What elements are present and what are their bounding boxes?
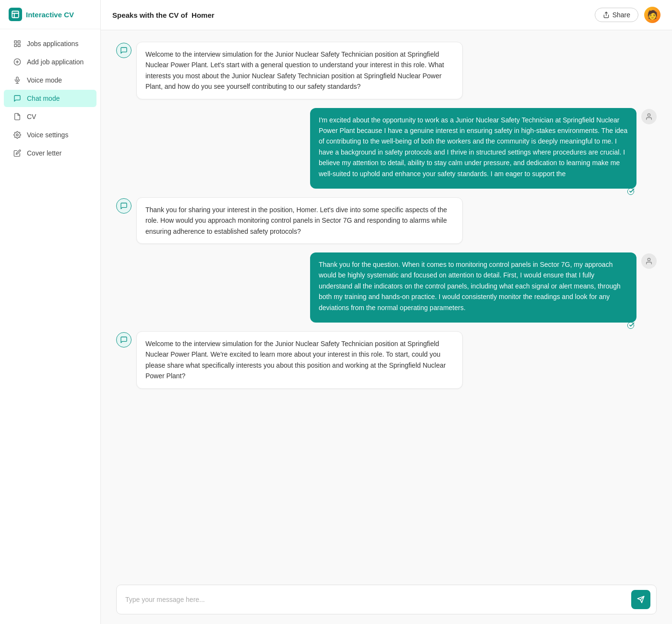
sidebar-item-cover-letter[interactable]: Cover letter [4,144,96,162]
svg-point-16 [627,188,634,194]
sidebar-item-label: Cover letter [27,149,61,157]
message-bubble-bot: Thank you for sharing your interest in t… [136,197,463,244]
sidebar-item-voice-settings[interactable]: Voice settings [4,126,96,144]
file-icon [12,113,22,120]
sidebar-item-label: CV [27,113,36,120]
app-logo[interactable]: Interactive CV [0,0,100,29]
message-row: Welcome to the interview simulation for … [116,42,657,99]
message-row: Thank you for the question. When it come… [116,252,657,323]
app-title: Interactive CV [26,11,74,19]
message-bubble-bot: Welcome to the interview simulation for … [136,42,463,99]
svg-point-18 [627,322,634,328]
header-title: Speaks with the CV of Homer [112,11,215,19]
message-text: Welcome to the interview simulation for … [145,340,446,380]
sidebar-item-label: Add job application [27,58,84,66]
share-button-label: Share [612,11,630,19]
message-check-icon [627,322,635,332]
bot-avatar [116,198,132,214]
input-container [116,585,657,614]
speaks-with-label: Speaks with the CV of [112,11,188,19]
message-text: Welcome to the interview simulation for … [145,50,444,90]
sidebar-item-label: Chat mode [27,95,60,102]
grid-icon [12,40,22,48]
svg-rect-4 [18,41,20,43]
sidebar-nav: Jobs applications Add job application Vo… [0,29,100,168]
chat-area: Welcome to the interview simulation for … [101,30,672,577]
message-bubble-user: Thank you for the question. When it come… [310,252,636,323]
svg-rect-0 [12,11,19,18]
share-icon [603,12,610,18]
user-avatar-msg [641,109,657,124]
message-check-icon [627,188,635,198]
bot-avatar [116,332,132,348]
main-content: Speaks with the CV of Homer Share 🧑 [101,0,672,624]
sidebar-item-cv[interactable]: CV [4,108,96,125]
send-icon [637,596,645,603]
sidebar: Interactive CV Jobs applications Add job… [0,0,101,624]
svg-rect-5 [14,44,17,47]
settings-icon [12,131,22,139]
header: Speaks with the CV of Homer Share 🧑 [101,0,672,30]
svg-point-13 [16,134,18,136]
svg-rect-10 [16,77,18,80]
message-row: Welcome to the interview simulation for … [116,331,657,389]
sidebar-item-label: Voice settings [27,131,68,139]
send-button[interactable] [631,590,650,609]
svg-point-15 [648,114,650,116]
svg-point-17 [648,258,650,261]
svg-rect-3 [14,41,17,43]
svg-rect-6 [18,44,20,47]
header-right: Share 🧑 [595,7,660,23]
plus-circle-icon [12,58,22,66]
user-name: Homer [192,11,215,19]
bot-avatar [116,43,132,58]
mic-icon [12,76,22,84]
share-button[interactable]: Share [595,8,638,22]
message-row: I'm excited about the opportunity to wor… [116,108,657,189]
user-avatar-msg [641,253,657,269]
sidebar-item-voice-mode[interactable]: Voice mode [4,72,96,89]
chat-icon [12,95,22,102]
sidebar-item-jobs-applications[interactable]: Jobs applications [4,35,96,52]
message-bubble-bot: Welcome to the interview simulation for … [136,331,463,389]
message-bubble-user: I'm excited about the opportunity to wor… [310,108,636,189]
logo-icon [9,8,22,21]
message-text: Thank you for sharing your interest in t… [145,206,447,235]
input-area [101,577,672,624]
sidebar-item-label: Jobs applications [27,40,78,48]
message-text: Thank you for the question. When it come… [319,261,621,312]
chat-input[interactable] [125,596,626,603]
message-row: Thank you for sharing your interest in t… [116,197,657,244]
message-text: I'm excited about the opportunity to wor… [319,116,627,178]
sidebar-item-label: Voice mode [27,76,62,84]
sidebar-item-chat-mode[interactable]: Chat mode [4,90,96,107]
edit-icon [12,149,22,157]
sidebar-item-add-job-application[interactable]: Add job application [4,53,96,71]
user-avatar[interactable]: 🧑 [644,7,660,23]
